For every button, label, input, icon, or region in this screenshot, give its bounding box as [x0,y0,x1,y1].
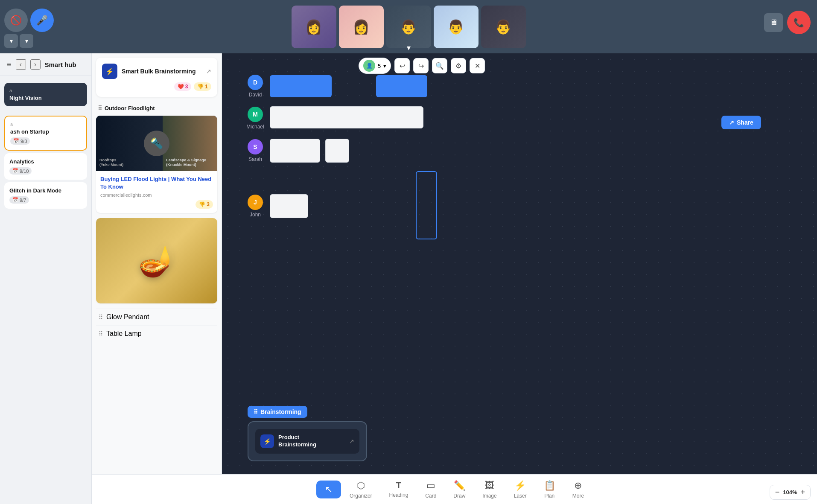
participant-tile-4[interactable]: 👨 [434,6,479,48]
sidebar-title: Smart hub [45,61,76,68]
heading-label: Heading [389,492,408,498]
panel-tool-header: ⚡ Smart Bulk Brainstorming ↗ [102,64,211,79]
laser-icon: ⚡ [514,480,526,491]
end-call-button[interactable]: 📞 [787,11,811,34]
zoom-controls: − 104% + [770,485,811,500]
mute-button[interactable]: 🚫 [4,9,28,32]
collapse-video-button[interactable]: ▾ [407,43,411,52]
brainstorm-icon: ⚡ [260,434,274,448]
toolbar-more[interactable]: ⊕ More [564,477,592,502]
startup-badge: 📅 9/3 [10,137,30,145]
web-card-title[interactable]: Buying LED Flood Lights | What You Need … [100,175,213,191]
toolbar-select[interactable]: ↖ [316,481,341,498]
web-dislike-reaction[interactable]: 👎 3 [195,200,213,209]
glow-pendant-title: Glow Pendant [106,313,149,321]
toolbar-laser[interactable]: ⚡ Laser [505,477,535,502]
more-label: More [572,493,584,499]
analytics-title: Analytics [9,158,82,165]
brainstorm-link[interactable]: ↗ [349,438,354,445]
john-name: John [250,212,261,218]
mic-button[interactable]: 🎤 [30,9,54,32]
organizer-label: Organizer [350,493,372,499]
glitch-title: Glitch in Dark Mode [9,187,82,194]
toolbar-plan[interactable]: 📋 Plan [535,477,564,502]
zoom-in-button[interactable]: + [800,488,805,497]
card-label: Card [425,493,436,499]
user-count-button[interactable]: 👤 5 ▾ [359,58,391,74]
settings-button[interactable]: ⚙ [451,58,466,73]
glow-pendant-item[interactable]: ⠿ Glow Pendant [96,309,217,325]
mic-dropdown-button[interactable]: ▾ [20,34,33,48]
participant-tile-3[interactable]: 👨 [386,6,431,48]
smart-bulk-link[interactable]: ↗ [206,68,211,75]
toolbar-heading[interactable]: T Heading [381,477,417,501]
panel: ⚡ Smart Bulk Brainstorming ↗ ❤️ 3 👎 1 [92,53,222,504]
sidebar-item-startup[interactable]: a ash on Startup 📅 9/3 [4,116,87,151]
sidebar: ≡ ‹ › Smart hub a Night Vision a ash on … [0,53,92,504]
brainstorm-tool-card[interactable]: ⚡ ProductBrainstorming ↗ [255,429,359,454]
michael-name: Michael [246,124,264,130]
brainstorm-tag: ⠿ Brainstorming [248,406,307,418]
close-button[interactable]: ✕ [470,58,485,73]
video-controls-row: ▾ ▾ [4,34,33,48]
dislike-reaction[interactable]: 👎 1 [194,82,211,91]
table-lamp-item[interactable]: ⠿ Table Lamp [96,325,217,342]
search-button[interactable]: 🔍 [432,58,447,73]
organizer-icon: ⬡ [357,480,365,491]
participant-tile-1[interactable]: 👩 [292,6,336,48]
heart-reaction[interactable]: ❤️ 3 [174,82,192,91]
draw-label: Draw [453,493,465,499]
image-icon: 🖼 [485,480,494,491]
video-controls-right: 🖥 📞 [764,11,811,34]
toolbar-card[interactable]: ▭ Card [417,477,445,502]
led-floodlight-web-card[interactable]: Rooftops(Yoke Mount) 🔦 Landscape & Signa… [96,116,217,213]
plan-label: Plan [544,493,554,499]
draw-icon: ✏️ [454,480,465,491]
redo-button[interactable]: ↪ [413,58,429,73]
video-bar: 🚫 🎤 ▾ ▾ 👩 👩 👨 👨 👨 ▾ 🖥 📞 [0,0,817,53]
share-button[interactable]: ↗ Share [721,116,761,129]
select-icon: ↖ [325,484,333,495]
zoom-value: 104% [783,489,797,495]
user-count: 5 [378,63,381,69]
web-card-body: Buying LED Flood Lights | What You Need … [96,171,217,213]
more-icon: ⊕ [574,480,582,491]
zoom-out-button[interactable]: − [775,488,780,497]
camera-dropdown-button[interactable]: ▾ [4,34,18,48]
undo-button[interactable]: ↩ [394,58,410,73]
sidebar-item-night-vision[interactable]: a Night Vision [4,83,87,106]
table-lamp-title: Table Lamp [106,330,142,338]
participant-tile-2[interactable]: 👩 [339,6,384,48]
michael-avatar: M [248,107,263,122]
reaction-row: ❤️ 3 👎 1 [102,82,211,91]
sarah-name: Sarah [248,156,262,162]
back-button[interactable]: ‹ [16,59,26,70]
heading-icon: T [396,481,401,490]
drag-icon: ⠿ [98,105,102,111]
brainstorm-label: Brainstorming [260,408,301,415]
web-card-image: Rooftops(Yoke Mount) 🔦 Landscape & Signa… [96,116,217,171]
forward-button[interactable]: › [30,59,41,70]
user-count-chevron: ▾ [383,63,386,69]
glow-drag-icon: ⠿ [99,314,103,320]
sidebar-item-analytics[interactable]: Analytics 📅 9/10 [4,153,87,180]
john-block-outline [416,171,437,239]
menu-icon[interactable]: ≡ [7,60,12,69]
startup-title: ash on Startup [10,128,81,135]
participant-row-sarah: S Sarah [248,139,808,163]
toolbar-image[interactable]: 🖼 Image [474,477,505,502]
sidebar-item-glitch[interactable]: Glitch in Dark Mode 📅 9/7 [4,182,87,209]
screen-share-button[interactable]: 🖥 [764,13,783,32]
glitch-badge: 📅 9/7 [9,196,29,204]
participant-tile-5[interactable]: 👨 [481,6,526,48]
david-block-2 [376,75,427,97]
lamp-card[interactable]: 🪔 [96,218,217,303]
sarah-block-1 [270,139,320,163]
toolbar-organizer[interactable]: ⬡ Organizer [341,477,381,502]
header-controls: 👤 5 ▾ ↗ Share ↩ ↪ 🔍 ⚙ ✕ [359,58,485,74]
share-icon: ↗ [729,119,734,126]
toolbar-draw[interactable]: ✏️ Draw [445,477,474,502]
smart-bulk-title: Smart Bulk Brainstorming [122,68,195,75]
smart-bulk-brainstorming-card: ⚡ Smart Bulk Brainstorming ↗ ❤️ 3 👎 1 [96,58,217,97]
bottom-toolbar: ↖ ⬡ Organizer T Heading ▭ Card ✏️ Draw 🖼… [92,474,817,504]
